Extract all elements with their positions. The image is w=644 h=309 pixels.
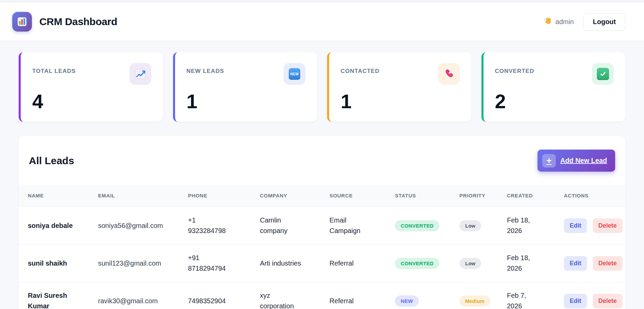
lead-source: Referral — [329, 258, 370, 269]
logout-button[interactable]: Logout — [583, 13, 625, 31]
lead-created: Feb 7, 2026 — [507, 290, 538, 309]
leads-panel-title: All Leads — [29, 155, 74, 167]
stat-card-new-leads: NEW LEADS NEW 1 — [173, 52, 317, 122]
stat-value: 1 — [341, 92, 460, 111]
lead-name: Ravi Suresh Kumar — [28, 290, 79, 309]
stat-value: 1 — [187, 92, 306, 111]
lead-name: soniya debale — [28, 220, 79, 231]
lead-company: xyz corporation — [260, 290, 302, 309]
lead-phone: 7498352904 — [188, 296, 227, 306]
lead-name: sunil shaikh — [28, 258, 79, 269]
brand: CRM Dashboard — [12, 12, 117, 32]
column-header-phone: PHONE — [179, 185, 251, 207]
table-row: Ravi Suresh Kumar ravik30@gmail.com 7498… — [19, 282, 625, 309]
stat-label: CONTACTED — [341, 63, 379, 75]
stat-card-contacted: CONTACTED 1 — [327, 52, 471, 122]
add-new-lead-label: Add New Lead — [560, 157, 607, 165]
leads-panel: All Leads + Add New Lead NAME EMAIL PHON… — [19, 136, 625, 309]
chart-increasing-icon — [130, 63, 151, 85]
new-button-icon: NEW — [284, 63, 305, 85]
table-row: sunil shaikh sunil123@gmail.com +91 8718… — [19, 245, 625, 282]
stat-label: NEW LEADS — [187, 63, 224, 75]
delete-button[interactable]: Delete — [593, 256, 623, 271]
telephone-icon — [438, 63, 460, 85]
stat-label: CONVERTED — [495, 63, 534, 75]
edit-button[interactable]: Edit — [564, 294, 587, 308]
username: admin — [555, 18, 574, 26]
header-right: admin Logout — [544, 13, 625, 31]
leads-table: NAME EMAIL PHONE COMPANY SOURCE STATUS P… — [19, 185, 625, 309]
user-chip: admin — [544, 17, 574, 27]
plus-icon: + — [542, 154, 556, 168]
column-header-name: NAME — [19, 185, 89, 207]
stat-value: 2 — [495, 92, 614, 111]
priority-badge: Low — [459, 258, 481, 269]
column-header-priority: PRIORITY — [450, 185, 498, 207]
lead-company: Camlin company — [260, 215, 302, 236]
column-header-source: SOURCE — [320, 185, 386, 207]
stat-label: TOTAL LEADS — [32, 63, 76, 75]
delete-button[interactable]: Delete — [593, 294, 623, 308]
leads-panel-header: All Leads + Add New Lead — [19, 136, 625, 185]
page-root: CRM Dashboard — [0, 0, 644, 41]
status-badge: CONVERTED — [395, 258, 439, 269]
column-header-email: EMAIL — [89, 185, 179, 207]
priority-badge: Medium — [459, 295, 490, 307]
priority-badge: Low — [459, 220, 481, 231]
lead-phone: +1 9323284798 — [188, 215, 227, 236]
app-header: CRM Dashboard — [0, 3, 644, 41]
lead-phone: +91 8718294794 — [188, 253, 227, 274]
lead-source: Email Campaign — [329, 215, 370, 236]
column-header-actions: ACTIONS — [555, 185, 625, 207]
column-header-status: STATUS — [386, 185, 450, 207]
lead-created: Feb 18, 2026 — [507, 253, 538, 274]
add-new-lead-button[interactable]: + Add New Lead — [537, 150, 615, 172]
stats-row: TOTAL LEADS 4 NEW LEADS NEW — [19, 52, 625, 122]
lead-created: Feb 18, 2026 — [507, 215, 538, 236]
check-mark-icon — [592, 63, 614, 85]
bar-chart-icon — [12, 12, 32, 32]
lead-email: ravik30@gmail.com — [98, 296, 172, 306]
column-header-company: COMPANY — [251, 185, 320, 207]
lead-email: sunil123@gmail.com — [98, 258, 172, 269]
waving-hand-icon — [544, 17, 552, 27]
status-badge: NEW — [395, 295, 419, 307]
edit-button[interactable]: Edit — [564, 256, 587, 271]
column-header-created: CREATED — [498, 185, 555, 207]
status-badge: CONVERTED — [395, 220, 439, 231]
table-row: soniya debale soniya56@gmail.com +1 9323… — [19, 207, 625, 245]
lead-email: soniya56@gmail.com — [98, 220, 172, 231]
stat-card-total-leads: TOTAL LEADS 4 — [19, 52, 163, 122]
page-title: CRM Dashboard — [39, 16, 117, 27]
delete-button[interactable]: Delete — [593, 218, 623, 233]
main-content: TOTAL LEADS 4 NEW LEADS NEW — [0, 41, 644, 309]
edit-button[interactable]: Edit — [564, 218, 587, 233]
table-header-row: NAME EMAIL PHONE COMPANY SOURCE STATUS P… — [19, 185, 625, 207]
stat-value: 4 — [32, 92, 151, 111]
stat-card-converted: CONVERTED 2 — [481, 52, 626, 122]
lead-source: Referral — [329, 296, 370, 306]
lead-company: Arti industries — [260, 258, 302, 269]
